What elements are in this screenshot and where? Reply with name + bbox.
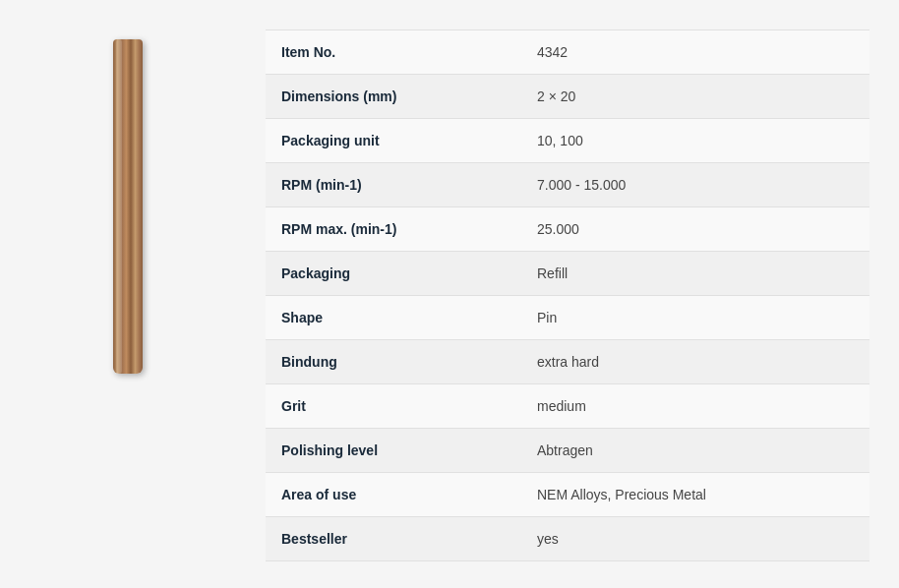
spec-label: Bindung — [266, 340, 521, 384]
product-image-section — [0, 20, 256, 571]
spec-label: Grit — [266, 384, 521, 429]
table-row: Bindungextra hard — [266, 340, 869, 384]
spec-label: Area of use — [266, 473, 521, 517]
spec-value: extra hard — [521, 340, 869, 384]
spec-label: Dimensions (mm) — [266, 75, 521, 119]
spec-value: medium — [521, 384, 869, 429]
table-row: Polishing levelAbtragen — [266, 429, 869, 473]
table-row: Dimensions (mm)2 × 20 — [266, 75, 869, 119]
spec-label: RPM max. (min-1) — [266, 207, 521, 252]
spec-label: Bestseller — [266, 517, 521, 561]
table-row: Bestselleryes — [266, 517, 869, 561]
spec-label: Polishing level — [266, 429, 521, 473]
specs-table: Item No.4342Dimensions (mm)2 × 20Packagi… — [266, 29, 869, 561]
spec-value: 25.000 — [521, 207, 869, 252]
table-row: ShapePin — [266, 296, 869, 340]
spec-value: 2 × 20 — [521, 75, 869, 119]
spec-value: Abtragen — [521, 429, 869, 473]
spec-label: Item No. — [266, 30, 521, 75]
spec-value: 10, 100 — [521, 119, 869, 163]
page-container: Item No.4342Dimensions (mm)2 × 20Packagi… — [0, 0, 899, 588]
spec-label: Shape — [266, 296, 521, 340]
table-row: Area of useNEM Alloys, Precious Metal — [266, 473, 869, 517]
spec-value: yes — [521, 517, 869, 561]
table-row: RPM max. (min-1)25.000 — [266, 207, 869, 252]
spec-value: NEM Alloys, Precious Metal — [521, 473, 869, 517]
table-row: Packaging unit10, 100 — [266, 119, 869, 163]
table-row: PackagingRefill — [266, 252, 869, 296]
spec-label: RPM (min-1) — [266, 163, 521, 207]
table-row: Item No.4342 — [266, 30, 869, 75]
spec-value: 7.000 - 15.000 — [521, 163, 869, 207]
spec-value: 4342 — [521, 30, 869, 75]
table-row: RPM (min-1)7.000 - 15.000 — [266, 163, 869, 207]
spec-label: Packaging unit — [266, 119, 521, 163]
spec-value: Pin — [521, 296, 869, 340]
spec-label: Packaging — [266, 252, 521, 296]
product-image — [113, 39, 143, 374]
specs-table-section: Item No.4342Dimensions (mm)2 × 20Packagi… — [256, 20, 899, 571]
table-row: Gritmedium — [266, 384, 869, 429]
spec-value: Refill — [521, 252, 869, 296]
